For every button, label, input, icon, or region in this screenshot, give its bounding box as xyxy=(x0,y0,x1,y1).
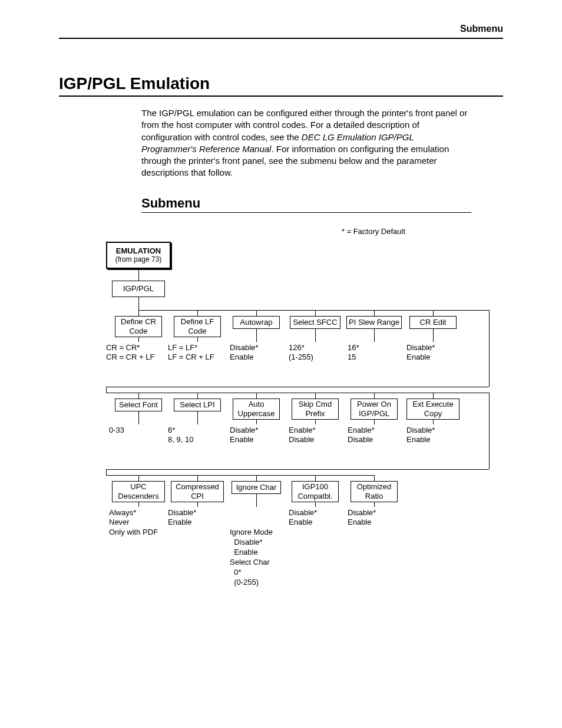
root-line2: (from page 73) xyxy=(115,255,162,263)
r2c5-box: Power OnIGP/PGL xyxy=(351,398,398,420)
r1c1-values: CR = CR*CR = CR + LF xyxy=(106,343,171,363)
r3c1-values: Always*NeverOnly with PDF xyxy=(109,508,158,538)
r2c1-values: 0-33 xyxy=(109,426,124,436)
r1c1-box: Define CRCode xyxy=(115,316,162,337)
r2c1-box: Select Font xyxy=(115,398,162,411)
r2c4-values: Enable*Disable xyxy=(289,426,316,446)
page-header: Submenu xyxy=(59,24,503,39)
root-box: EMULATION (from page 73) xyxy=(106,242,171,269)
r1c5-values: 16*15 xyxy=(348,343,359,363)
menu-tree-diagram: EMULATION (from page 73) IGP/PGL Define … xyxy=(106,242,518,584)
r3c3-box: Ignore Char xyxy=(232,481,281,494)
r3c3-values: Ignore Mode Disable* EnableSelect Char 0… xyxy=(230,508,273,608)
r3c5-values: Disable*Enable xyxy=(348,508,376,528)
r2c6-box: Ext ExecuteCopy xyxy=(406,398,459,420)
r3c1-box: UPCDescenders xyxy=(112,481,165,502)
igp-box: IGP/PGL xyxy=(112,281,165,297)
r2c3-box: AutoUppercase xyxy=(233,398,280,420)
r1c6-box: CR Edit xyxy=(409,316,457,329)
r2c6-values: Disable*Enable xyxy=(406,426,435,446)
r1c4-values: 126*(1-255) xyxy=(289,343,313,363)
r1c3-values: Disable*Enable xyxy=(230,343,258,363)
r2c3-values: Disable*Enable xyxy=(230,426,258,446)
r1c2-values: LF = LF*LF = CR + LF xyxy=(168,343,214,363)
r1c2-box: Define LFCode xyxy=(174,316,221,337)
r1c6-values: Disable*Enable xyxy=(406,343,435,363)
r2c2-values: 6*8, 9, 10 xyxy=(168,426,193,446)
r2c5-values: Enable*Disable xyxy=(348,426,375,446)
intro-paragraph: The IGP/PGL emulation can be configured … xyxy=(141,107,471,179)
r3c5-box: OptimizedRatio xyxy=(351,481,398,502)
r3c4-values: Disable*Enable xyxy=(289,508,317,528)
igp-label: IGP/PGL xyxy=(123,284,154,294)
r2c4-box: Skip CmdPrefix xyxy=(292,398,339,420)
r3c4-box: IGP100Compatbl. xyxy=(292,481,339,502)
r1c4-box: Select SFCC xyxy=(290,316,340,329)
subheading: Submenu xyxy=(141,196,471,213)
page-title: IGP/PGL Emulation xyxy=(59,74,503,97)
r2c2-box: Select LPI xyxy=(174,398,221,411)
root-line1: EMULATION xyxy=(116,246,161,256)
r1c3-box: Autowrap xyxy=(233,316,280,329)
r3c2-box: CompressedCPI xyxy=(171,481,224,502)
header-label: Submenu xyxy=(59,24,503,34)
r1c5-box: PI Slew Range xyxy=(346,316,402,329)
legend: * = Factory Default xyxy=(59,227,503,236)
r3c2-values: Disable*Enable xyxy=(168,508,196,528)
